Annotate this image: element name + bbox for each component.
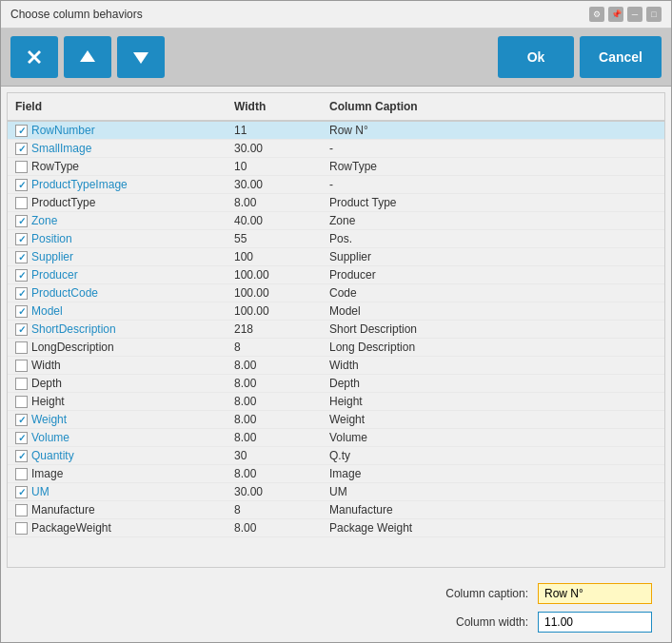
field-name[interactable]: Model bbox=[31, 304, 63, 318]
minimize-icon[interactable]: ─ bbox=[627, 7, 642, 22]
field-name[interactable]: Zone bbox=[31, 214, 57, 227]
row-checkbox[interactable] bbox=[15, 360, 28, 372]
cell-field: Weight bbox=[8, 411, 227, 428]
field-name[interactable]: RowNumber bbox=[31, 124, 95, 137]
row-checkbox[interactable] bbox=[15, 179, 28, 191]
cell-field: LongDescription bbox=[8, 339, 227, 356]
settings-icon[interactable]: ⚙ bbox=[589, 7, 604, 22]
row-checkbox[interactable] bbox=[15, 215, 28, 227]
row-checkbox[interactable] bbox=[15, 143, 28, 155]
cell-caption: Zone bbox=[322, 212, 664, 229]
cell-width: 30 bbox=[227, 447, 322, 464]
field-name[interactable]: SmallImage bbox=[31, 142, 91, 155]
table-row[interactable]: PackageWeight8.00Package Weight bbox=[8, 519, 664, 537]
cell-width: 8 bbox=[227, 501, 322, 518]
cell-width: 8 bbox=[227, 339, 322, 356]
field-name[interactable]: ShortDescription bbox=[31, 322, 116, 336]
field-name[interactable]: Position bbox=[31, 232, 72, 245]
cell-caption: Short Description bbox=[322, 321, 664, 338]
cell-field: ShortDescription bbox=[8, 321, 227, 338]
table-row[interactable]: Height8.00Height bbox=[8, 393, 664, 411]
field-name[interactable]: Producer bbox=[31, 268, 78, 282]
row-checkbox[interactable] bbox=[15, 125, 28, 137]
cell-field: UM bbox=[8, 483, 227, 500]
cell-width: 218 bbox=[227, 321, 322, 338]
cell-caption: Product Type bbox=[322, 194, 664, 211]
table-row[interactable]: Manufacture8Manufacture bbox=[8, 501, 664, 519]
field-name[interactable]: UM bbox=[31, 485, 49, 498]
table-row[interactable]: Volume8.00Volume bbox=[8, 429, 664, 447]
cancel-button[interactable]: Cancel bbox=[580, 36, 662, 78]
cell-field: Volume bbox=[8, 429, 227, 446]
cell-width: 100.00 bbox=[227, 284, 322, 302]
table-row[interactable]: Quantity30Q.ty bbox=[8, 447, 664, 465]
row-checkbox[interactable] bbox=[15, 323, 28, 336]
field-name[interactable]: ProductTypeImage bbox=[31, 178, 128, 191]
field-name[interactable]: Weight bbox=[31, 413, 67, 426]
cell-width: 55 bbox=[227, 230, 322, 247]
row-checkbox[interactable] bbox=[15, 396, 28, 408]
row-checkbox[interactable] bbox=[15, 251, 28, 263]
title-icons: ⚙ 📌 ─ □ bbox=[589, 7, 662, 22]
table-row[interactable]: Image8.00Image bbox=[8, 465, 664, 483]
table-row[interactable]: Depth8.00Depth bbox=[8, 375, 664, 393]
table-row[interactable]: ProductTypeImage30.00- bbox=[8, 176, 664, 194]
field-name[interactable]: Supplier bbox=[31, 250, 73, 263]
table-row[interactable]: Weight8.00Weight bbox=[8, 411, 664, 429]
table-body[interactable]: RowNumber11Row N°SmallImage30.00-RowType… bbox=[8, 122, 664, 567]
table-row[interactable]: Position55Pos. bbox=[8, 230, 664, 248]
table-row[interactable]: ProductCode100.00Code bbox=[8, 284, 664, 302]
table-row[interactable]: ShortDescription218Short Description bbox=[8, 321, 664, 339]
row-checkbox[interactable] bbox=[15, 233, 28, 245]
maximize-icon[interactable]: □ bbox=[646, 7, 662, 22]
row-checkbox[interactable] bbox=[15, 378, 28, 390]
caption-label: Column caption: bbox=[433, 587, 528, 600]
pin-icon[interactable]: 📌 bbox=[608, 7, 623, 22]
table-row[interactable]: Producer100.00Producer bbox=[8, 266, 664, 284]
cell-caption: Long Description bbox=[322, 339, 664, 356]
table-row[interactable]: ProductType8.00Product Type bbox=[8, 194, 664, 212]
cell-field: Zone bbox=[8, 212, 227, 229]
move-down-button[interactable] bbox=[117, 36, 165, 78]
table-row[interactable]: Zone40.00Zone bbox=[8, 212, 664, 230]
table-row[interactable]: Width8.00Width bbox=[8, 357, 664, 375]
cell-width: 30.00 bbox=[227, 483, 322, 500]
width-input[interactable] bbox=[538, 612, 652, 633]
table-row[interactable]: RowNumber11Row N° bbox=[8, 122, 664, 140]
move-up-button[interactable] bbox=[64, 36, 111, 78]
row-checkbox[interactable] bbox=[15, 522, 28, 535]
ok-button[interactable]: Ok bbox=[498, 36, 574, 78]
row-checkbox[interactable] bbox=[15, 414, 28, 426]
table-row[interactable]: LongDescription8Long Description bbox=[8, 339, 664, 357]
row-checkbox[interactable] bbox=[15, 450, 28, 462]
row-checkbox[interactable] bbox=[15, 504, 28, 516]
table-row[interactable]: SmallImage30.00- bbox=[8, 140, 664, 158]
cell-width: 30.00 bbox=[227, 140, 322, 157]
cell-field: Image bbox=[8, 465, 227, 482]
row-checkbox[interactable] bbox=[15, 468, 28, 480]
field-name[interactable]: Quantity bbox=[31, 449, 74, 462]
field-name[interactable]: ProductCode bbox=[31, 286, 98, 300]
row-checkbox[interactable] bbox=[15, 486, 28, 498]
cell-caption: - bbox=[322, 176, 664, 193]
cell-field: Position bbox=[8, 230, 227, 247]
table-row[interactable]: UM30.00UM bbox=[8, 483, 664, 501]
caption-row: Column caption: bbox=[433, 583, 652, 604]
table-row[interactable]: Supplier100Supplier bbox=[8, 248, 664, 266]
row-checkbox[interactable] bbox=[15, 161, 28, 173]
cell-field: Producer bbox=[8, 266, 227, 283]
row-checkbox[interactable] bbox=[15, 432, 28, 444]
delete-button[interactable] bbox=[10, 36, 58, 78]
row-checkbox[interactable] bbox=[15, 269, 28, 282]
table-row[interactable]: Model100.00Model bbox=[8, 302, 664, 321]
table-row[interactable]: RowType10RowType bbox=[8, 158, 664, 176]
row-checkbox[interactable] bbox=[15, 341, 28, 354]
field-name[interactable]: Volume bbox=[31, 431, 69, 444]
cell-caption: Image bbox=[322, 465, 664, 482]
content-area: Field Width Column Caption RowNumber11Ro… bbox=[1, 87, 671, 642]
cell-field: ProductCode bbox=[8, 284, 227, 302]
row-checkbox[interactable] bbox=[15, 197, 28, 209]
caption-input[interactable] bbox=[538, 583, 652, 604]
row-checkbox[interactable] bbox=[15, 305, 28, 318]
row-checkbox[interactable] bbox=[15, 287, 28, 300]
